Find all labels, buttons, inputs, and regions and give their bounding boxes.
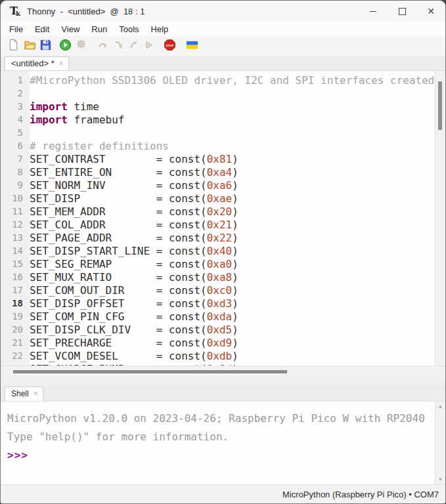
shell-output-line: Type "help()" for more information.: [7, 428, 445, 446]
shell-vertical-scrollbar[interactable]: ▲ ▼: [435, 402, 445, 484]
line-number: 18: [1, 298, 30, 308]
toolbar: STOP: [1, 36, 445, 56]
step-over-button[interactable]: [96, 39, 110, 53]
code-line[interactable]: 16SET_MUX_RATIO = const(0xa8): [1, 270, 435, 284]
line-number: 22: [1, 350, 30, 361]
code-line[interactable]: 15SET_SEG_REMAP = const(0xa0): [1, 257, 435, 270]
new-file-icon: [7, 39, 20, 54]
line-number: 2: [1, 88, 30, 98]
menu-bar: FileEditViewRunToolsHelp: [1, 22, 445, 36]
code-line[interactable]: 2: [1, 87, 435, 100]
save-button[interactable]: [38, 39, 53, 53]
code-editor[interactable]: 1#MicroPython SSD1306 OLED driver, I2C a…: [1, 71, 445, 366]
menu-edit[interactable]: Edit: [29, 23, 55, 35]
editor-shell-splitter[interactable]: [1, 377, 445, 385]
line-number: 20: [1, 324, 30, 335]
editor-horizontal-scrollbar[interactable]: [1, 366, 445, 377]
code-line[interactable]: 14SET_DISP_START_LINE = const(0x40): [1, 244, 435, 257]
code-text: SET_SEG_REMAP = const(0xa0): [30, 258, 238, 270]
line-number: 9: [1, 180, 30, 190]
code-text: SET_DISP = const(0xae): [30, 192, 238, 205]
code-text: SET_COM_PIN_CFG = const(0xda): [30, 310, 238, 323]
menu-file[interactable]: File: [3, 23, 29, 35]
tab-untitled[interactable]: <untitled> * ×: [5, 56, 69, 70]
code-line[interactable]: 20SET_DISP_CLK_DIV = const(0xd5): [1, 323, 435, 336]
tab-close-icon[interactable]: ×: [59, 60, 64, 68]
code-text: import framebuf: [30, 114, 125, 126]
code-line[interactable]: 9SET_NORM_INV = const(0xa6): [1, 178, 435, 192]
line-number: 11: [1, 206, 30, 217]
code-text: SET_ENTIRE_ON = const(0xa4): [30, 166, 238, 178]
minimize-button[interactable]: [359, 1, 388, 22]
shell-tab-close-icon[interactable]: ×: [33, 390, 38, 398]
line-number: 8: [1, 167, 30, 177]
code-line[interactable]: 7SET_CONTRAST = const(0x81): [1, 152, 435, 165]
line-number: 21: [1, 337, 30, 348]
step-out-icon: [127, 39, 140, 54]
code-line[interactable]: 12SET_COL_ADDR = const(0x21): [1, 218, 435, 231]
close-button[interactable]: ✕: [416, 1, 445, 22]
code-lines: 1#MicroPython SSD1306 OLED driver, I2C a…: [1, 74, 435, 366]
open-file-icon: [24, 39, 36, 54]
code-line[interactable]: 4import framebuf: [1, 113, 435, 126]
maximize-icon: [399, 8, 406, 15]
code-text: SET_COM_OUT_DIR = const(0xc0): [30, 284, 238, 297]
menu-run[interactable]: Run: [85, 23, 113, 35]
code-text: #MicroPython SSD1306 OLED driver, I2C an…: [30, 74, 435, 87]
line-number: 6: [1, 140, 30, 151]
code-line[interactable]: 3import time: [1, 100, 435, 113]
window-title: Thonny - <untitled> @ 18 : 1: [27, 7, 145, 16]
code-text: SET_VCOM_DESEL = const(0xdb): [30, 350, 238, 362]
code-line[interactable]: 10SET_DISP = const(0xae): [1, 192, 435, 205]
shell-prompt[interactable]: >>>: [7, 446, 445, 465]
line-number: 1: [1, 75, 30, 85]
code-text: SET_NORM_INV = const(0xa6): [30, 179, 238, 192]
scroll-down-icon[interactable]: ▼: [438, 474, 443, 484]
code-line[interactable]: 13SET_PAGE_ADDR = const(0x22): [1, 231, 435, 244]
code-line[interactable]: 8SET_ENTIRE_ON = const(0xa4): [1, 165, 435, 178]
menu-view[interactable]: View: [55, 23, 85, 35]
svg-text:STOP: STOP: [166, 43, 173, 47]
code-line[interactable]: 22SET_VCOM_DESEL = const(0xdb): [1, 349, 435, 362]
ukraine-flag[interactable]: [185, 39, 199, 53]
tab-label: <untitled> *: [11, 58, 55, 68]
code-line[interactable]: 18SET_DISP_OFFSET = const(0xd3): [1, 297, 435, 310]
code-line[interactable]: 1#MicroPython SSD1306 OLED driver, I2C a…: [1, 74, 435, 87]
line-number: 15: [1, 259, 30, 269]
new-file-button[interactable]: [6, 39, 20, 53]
title-bar[interactable]: Tk Thonny - <untitled> @ 18 : 1 ✕: [1, 1, 445, 22]
scroll-up-icon[interactable]: ▲: [438, 402, 443, 411]
editor-vertical-scrollbar[interactable]: [435, 71, 445, 366]
resume-button[interactable]: [141, 39, 156, 53]
open-file-button[interactable]: [22, 39, 37, 53]
code-line[interactable]: 21SET_PRECHARGE = const(0xd9): [1, 336, 435, 349]
menu-help[interactable]: Help: [145, 23, 175, 35]
maximize-button[interactable]: [388, 1, 416, 22]
code-text: SET_PRECHARGE = const(0xd9): [30, 337, 238, 349]
code-line[interactable]: 11SET_MEM_ADDR = const(0x20): [1, 205, 435, 218]
line-number: 3: [1, 101, 30, 112]
code-text: SET_DISP_START_LINE = const(0x40): [30, 245, 238, 257]
run-button[interactable]: [58, 39, 72, 53]
line-number: 17: [1, 285, 30, 295]
debug-button[interactable]: [74, 39, 88, 53]
step-out-button[interactable]: [126, 39, 141, 53]
interpreter-status[interactable]: MicroPython (Raspberry Pi Pico) • COM7: [282, 490, 439, 499]
code-line[interactable]: 19SET_COM_PIN_CFG = const(0xda): [1, 310, 435, 323]
editor-vertical-scrollbar-thumb[interactable]: [438, 81, 442, 130]
step-into-button[interactable]: [111, 39, 125, 53]
code-line[interactable]: 6# register definitions: [1, 139, 435, 152]
svg-text:k: k: [16, 10, 21, 17]
line-number: 5: [1, 127, 30, 138]
code-line[interactable]: 17SET_COM_OUT_DIR = const(0xc0): [1, 284, 435, 297]
menu-tools[interactable]: Tools: [113, 23, 145, 35]
stop-button[interactable]: STOP: [162, 39, 177, 53]
shell-panel[interactable]: MicroPython v1.20.0 on 2023-04-26; Raspb…: [1, 402, 445, 484]
editor-horizontal-scrollbar-thumb[interactable]: [13, 370, 287, 373]
code-text: import time: [30, 100, 99, 113]
code-line[interactable]: 5: [1, 126, 435, 139]
tab-shell[interactable]: Shell ×: [5, 387, 43, 401]
shell-output: MicroPython v1.20.0 on 2023-04-26; Raspb…: [1, 402, 445, 465]
code-text: SET_DISP_CLK_DIV = const(0xd5): [30, 324, 238, 336]
shell-tab-label: Shell: [11, 389, 29, 398]
